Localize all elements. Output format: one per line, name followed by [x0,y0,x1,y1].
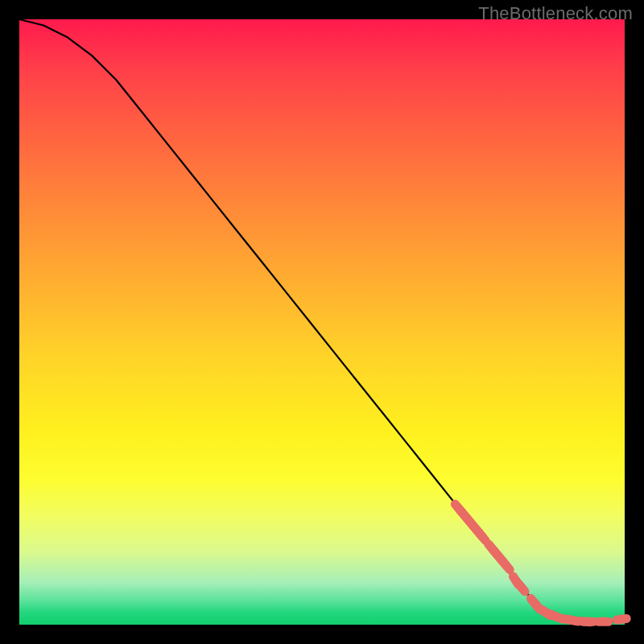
highlighted-points-group [455,504,626,622]
bottleneck-curve [19,19,625,623]
highlight-point [518,584,525,592]
highlight-point [504,562,510,569]
chart-container: TheBottleneck.com [0,0,644,644]
highlight-point [617,618,626,620]
plot-area [19,19,625,625]
watermark-text: TheBottleneck.com [478,3,633,24]
highlight-point [479,533,485,540]
chart-overlay [19,19,625,625]
